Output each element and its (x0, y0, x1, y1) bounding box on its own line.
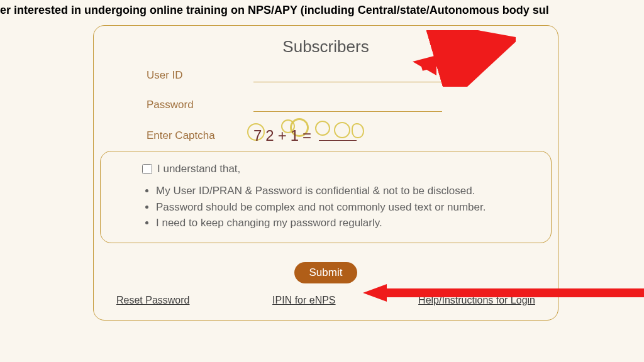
password-label: Password (147, 99, 253, 111)
disclosure-box: I understand that, My User ID/PRAN & Pas… (100, 151, 552, 243)
page-banner: er interested in undergoing online train… (0, 0, 644, 17)
disclosure-item: I need to keep changing my password regu… (156, 215, 533, 231)
password-input[interactable] (253, 97, 442, 112)
understand-checkbox[interactable] (142, 164, 152, 174)
captcha-label: Enter Captcha (147, 129, 253, 142)
submit-button[interactable]: Submit (294, 262, 358, 283)
password-row: Password (111, 97, 540, 112)
captcha-image: 7 2 + 1 = (253, 127, 357, 145)
disclosure-list: My User ID/PRAN & Password is confidenti… (118, 183, 533, 231)
captcha-row: Enter Captcha 7 2 + 1 = (111, 127, 540, 145)
ipin-link[interactable]: IPIN for eNPS (272, 295, 335, 306)
arrow-annotation-icon (409, 30, 516, 87)
disclosure-item: Password should be complex and not commo… (156, 199, 533, 216)
understand-label: I understand that, (157, 163, 240, 175)
svg-marker-2 (413, 55, 436, 75)
reset-password-link[interactable]: Reset Password (116, 295, 190, 306)
arrow-annotation-icon (362, 282, 644, 307)
disclosure-item: My User ID/PRAN & Password is confidenti… (156, 183, 533, 199)
svg-marker-4 (363, 284, 387, 302)
user-id-label: User ID (147, 69, 253, 82)
